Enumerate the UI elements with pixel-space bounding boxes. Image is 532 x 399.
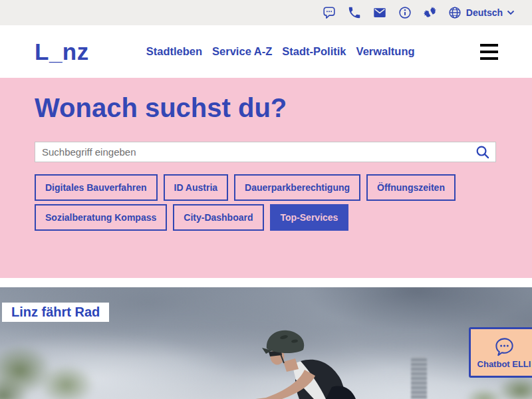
chevron-down-icon bbox=[507, 10, 515, 15]
chatbot-label: Chatbot ELLI bbox=[477, 359, 531, 369]
info-icon[interactable] bbox=[397, 5, 413, 21]
globe-icon bbox=[448, 5, 462, 20]
tag-top-services[interactable]: Top-Services bbox=[270, 204, 349, 231]
main-nav: Stadtleben Service A-Z Stadt-Politik Ver… bbox=[146, 45, 415, 58]
search-icon bbox=[475, 144, 490, 160]
linz-logo[interactable]: L_nz bbox=[35, 40, 89, 63]
language-selector[interactable]: Deutsch bbox=[448, 5, 515, 20]
sign-language-icon[interactable] bbox=[422, 5, 438, 21]
tag-sozialberatung-kompass[interactable]: Sozialberatung Kompass bbox=[35, 204, 167, 231]
top-utility-bar: Deutsch bbox=[0, 0, 532, 25]
chatbot-elli-button[interactable]: Chatbot ELLI bbox=[469, 327, 532, 378]
hamburger-icon[interactable] bbox=[480, 44, 498, 60]
tag-dauerparkberechtigung[interactable]: Dauerparkberechtigung bbox=[234, 174, 360, 201]
search-bar bbox=[35, 142, 496, 162]
feature-title: Linz fährt Rad bbox=[2, 303, 109, 322]
feature-teaser-photo: Linz fährt Rad bbox=[0, 287, 532, 399]
phone-icon[interactable] bbox=[346, 5, 362, 21]
nav-item-stadtleben[interactable]: Stadtleben bbox=[146, 45, 202, 58]
page-title: Wonach suchst du? bbox=[35, 94, 497, 122]
search-hero: Wonach suchst du? Digitales Bauverfahren… bbox=[0, 78, 532, 278]
nav-item-verwaltung[interactable]: Verwaltung bbox=[356, 45, 415, 58]
search-button[interactable] bbox=[469, 142, 495, 162]
nav-item-service-a-z[interactable]: Service A-Z bbox=[212, 45, 272, 58]
tag-oeffnungszeiten[interactable]: Öffnungszeiten bbox=[366, 174, 456, 201]
language-label: Deutsch bbox=[466, 7, 503, 18]
search-input[interactable] bbox=[35, 142, 469, 162]
section-divider bbox=[0, 278, 532, 287]
tag-digitales-bauverfahren[interactable]: Digitales Bauverfahren bbox=[35, 174, 158, 201]
mail-icon[interactable] bbox=[372, 5, 388, 21]
nav-item-stadt-politik[interactable]: Stadt-Politik bbox=[282, 45, 346, 58]
main-header: L_nz Stadtleben Service A-Z Stadt-Politi… bbox=[0, 25, 532, 78]
chat-icon[interactable] bbox=[321, 5, 337, 21]
quick-link-tags: Digitales Bauverfahren ID Austria Dauerp… bbox=[35, 174, 500, 231]
tag-id-austria[interactable]: ID Austria bbox=[164, 174, 229, 201]
tag-city-dashboard[interactable]: City-Dashboard bbox=[173, 204, 263, 231]
speech-bubble-icon bbox=[493, 336, 515, 358]
